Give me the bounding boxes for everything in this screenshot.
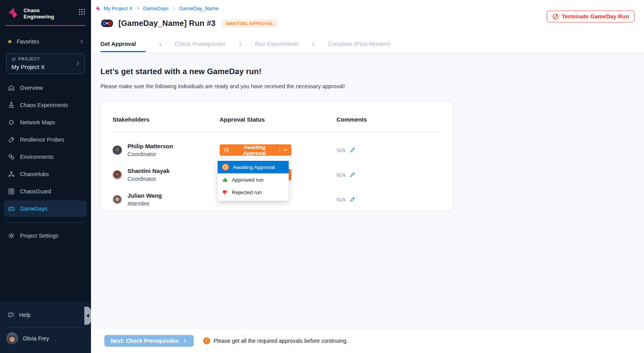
sidebar-favorites[interactable]: ★ Favorites xyxy=(7,35,85,48)
sidebar-item-chaoshubs[interactable]: ChaosHubs xyxy=(4,166,87,182)
column-approval-status: Approval Status xyxy=(220,116,337,123)
breadcrumb-gameday-name-link[interactable]: GameDay_Name xyxy=(179,5,218,11)
help-label: Help xyxy=(19,312,31,318)
content-area: Let’s get started with a new GameDay run… xyxy=(91,53,644,328)
home-icon xyxy=(8,84,15,91)
sidebar: Chaos Engineering ★ Favorites xyxy=(0,0,91,353)
sidebar-collapse-handle[interactable] xyxy=(84,307,91,325)
stakeholder-role: Coordinator xyxy=(127,151,173,157)
warning-message: Please get all the required approvals be… xyxy=(214,338,348,344)
sidebar-item-chaos-experiments[interactable]: Chaos Experiments xyxy=(4,97,87,113)
cube-icon xyxy=(11,57,16,62)
sidebar-item-help[interactable]: ? Help xyxy=(0,308,91,322)
content-heading: Let’s get started with a new GameDay run… xyxy=(100,67,644,76)
sidebar-header: Chaos Engineering xyxy=(0,0,91,25)
approval-status-dropdown-button[interactable]: Awaiting Approval xyxy=(220,144,291,156)
nav-label: GameDays xyxy=(20,206,47,212)
stakeholder-name: Shantini Nayak xyxy=(127,167,170,174)
approval-status-cell: Awaiting Approval xyxy=(220,144,337,156)
sidebar-divider xyxy=(6,222,85,223)
run-stepper: Get Approval Check Prerequisites Run Exp… xyxy=(91,35,644,53)
avatar xyxy=(113,170,122,180)
nav-label: Resilience Probes xyxy=(20,136,64,143)
edit-comment-icon[interactable] xyxy=(349,172,355,178)
content-subheading: Please make sure the following individua… xyxy=(100,83,644,89)
star-icon: ★ xyxy=(7,38,12,44)
option-label: Awaiting Approval xyxy=(233,164,275,170)
project-label: PROJECT xyxy=(18,57,40,61)
next-button-label: Next: Check Prerequisites xyxy=(111,338,179,344)
step-check-prerequisites[interactable]: Check Prerequisites xyxy=(175,41,226,52)
dropdown-option-rejected-run[interactable]: Rejected run xyxy=(218,186,289,198)
stakeholder-name: Julian Wang xyxy=(127,192,162,199)
breadcrumb-project-link[interactable]: My Project X xyxy=(104,5,133,11)
probe-icon xyxy=(8,136,15,143)
terminate-gameday-run-button[interactable]: Terminate GameDay Run xyxy=(547,11,635,22)
table-header: Stakeholders Approval Status Comments xyxy=(113,116,442,123)
table-header-divider xyxy=(113,132,442,132)
breadcrumb-gamedays-link[interactable]: GameDays xyxy=(143,5,169,11)
hub-icon xyxy=(8,171,15,178)
brand-divider xyxy=(5,25,86,26)
column-comments: Comments xyxy=(337,116,442,123)
warning-icon: ! xyxy=(203,337,210,344)
clock-icon xyxy=(223,147,230,153)
flask-icon xyxy=(8,102,15,109)
step-complete-post-mortem[interactable]: Complete (Post-Mortem) xyxy=(328,41,390,52)
project-selector[interactable]: PROJECT My Project X xyxy=(6,53,85,74)
gamepad-icon xyxy=(8,205,15,212)
prohibit-icon xyxy=(552,13,559,20)
approvals-card: Stakeholders Approval Status Comments Ph… xyxy=(100,101,454,211)
sidebar-item-chaosguard[interactable]: ChaosGuard xyxy=(4,183,87,200)
page-title: [GameDay_Name] Run #3 xyxy=(118,19,216,28)
comment-cell: N/A xyxy=(337,197,442,203)
svg-text:?: ? xyxy=(10,313,12,316)
chevron-right-icon xyxy=(171,6,176,11)
approval-status-dropdown-menu: Awaiting Approval Approved run Rejected … xyxy=(218,159,289,201)
comment-value: N/A xyxy=(337,147,346,153)
nav-label: Project Settings xyxy=(20,233,58,239)
chevron-right-icon xyxy=(310,42,316,52)
sidebar-item-project-settings[interactable]: Project Settings xyxy=(4,227,87,244)
sidebar-item-resilience-probes[interactable]: Resilience Probes xyxy=(4,131,87,148)
page-header: My Project X GameDays GameDay_Name xyxy=(91,0,644,35)
step-run-experiments[interactable]: Run Experiments xyxy=(255,41,298,52)
edit-comment-icon[interactable] xyxy=(349,147,355,153)
dropdown-option-awaiting-approval[interactable]: Awaiting Approval xyxy=(218,161,289,173)
user-menu[interactable]: Olivia Frey xyxy=(0,328,91,344)
nav-label: Network Maps xyxy=(20,119,55,126)
sidebar-item-environments[interactable]: Environments xyxy=(4,149,87,165)
comment-value: N/A xyxy=(337,172,346,178)
sidebar-item-network-maps[interactable]: Network Maps xyxy=(4,114,87,131)
clock-icon xyxy=(222,164,229,171)
chevron-right-icon xyxy=(78,38,85,45)
stakeholder-name: Philip Matterson xyxy=(127,143,173,149)
sidebar-item-overview[interactable]: Overview xyxy=(4,80,87,96)
edit-comment-icon[interactable] xyxy=(349,197,355,202)
sidebar-item-gamedays[interactable]: GameDays xyxy=(4,200,87,217)
app-title: Chaos Engineering xyxy=(24,6,54,20)
next-check-prerequisites-button[interactable]: Next: Check Prerequisites xyxy=(104,335,194,347)
dropdown-option-approved-run[interactable]: Approved run xyxy=(218,173,289,186)
option-label: Rejected run xyxy=(232,189,262,195)
module-grid-icon[interactable] xyxy=(78,6,86,15)
chevron-right-icon xyxy=(135,6,140,11)
option-label: Approved run xyxy=(232,177,264,183)
thumbs-down-icon xyxy=(222,189,228,195)
chevron-right-icon xyxy=(75,60,81,67)
thumbs-up-icon xyxy=(222,177,228,183)
stakeholder-cell: Shantini Nayak Coordinator xyxy=(113,167,220,182)
sidebar-nav: Overview Chaos Experiments Network Maps … xyxy=(0,80,91,217)
avatar xyxy=(113,146,122,155)
favorites-label: Favorites xyxy=(16,38,39,45)
shield-lock-icon xyxy=(8,188,15,195)
network-map-icon xyxy=(8,119,15,126)
chaos-engineering-logo-icon xyxy=(6,6,20,20)
help-chat-icon: ? xyxy=(8,312,15,318)
chaos-mini-logo-icon xyxy=(95,5,101,11)
comment-cell: N/A xyxy=(337,147,442,153)
approval-warning: ! Please get all the required approvals … xyxy=(203,337,348,344)
terminate-label: Terminate GameDay Run xyxy=(562,13,629,20)
chevron-right-icon xyxy=(237,42,243,52)
step-get-approval[interactable]: Get Approval xyxy=(100,41,146,52)
